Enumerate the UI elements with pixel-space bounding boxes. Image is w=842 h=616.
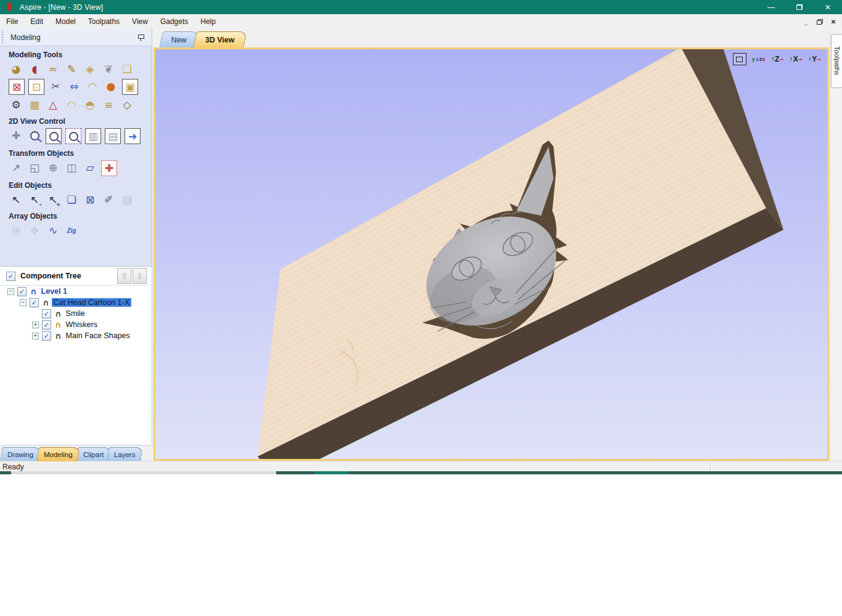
layer-stack-icon[interactable]: ▤ xyxy=(105,128,121,144)
sculpt-feather-icon[interactable]: ✎ xyxy=(64,62,79,76)
tree-item-label[interactable]: Smile xyxy=(64,309,87,318)
zoom-box-icon[interactable] xyxy=(46,128,62,144)
node-edit-cursor-icon[interactable]: ↖+ xyxy=(27,192,42,207)
component-dome-icon: ∩ xyxy=(55,331,62,341)
import-bird-component-icon[interactable]: ❦ xyxy=(101,62,116,76)
select-cursor-icon[interactable]: ↖ xyxy=(9,192,23,207)
tree-item-smile[interactable]: ✓∩Smile xyxy=(0,308,152,319)
panel-tab-layers[interactable]: Layers xyxy=(107,447,142,461)
set-size-icon[interactable]: ◱ xyxy=(27,160,42,175)
tree-item-label[interactable]: Whiskers xyxy=(64,320,99,329)
distort-envelope-icon[interactable]: ▱ xyxy=(83,160,97,175)
preview-2d-icon[interactable]: ▥ xyxy=(85,128,101,144)
tree-item-level-1[interactable]: −✓∩Level 1 xyxy=(0,286,152,297)
switch-view-icon[interactable]: ➔ xyxy=(125,128,141,144)
top-view-z-icon[interactable]: ↑Z→ xyxy=(770,53,783,65)
extrude-weave-icon[interactable]: ≈ xyxy=(46,62,60,76)
zoom-icon[interactable] xyxy=(27,128,42,143)
side-view-y-icon[interactable]: ↑Y→ xyxy=(808,53,821,65)
close-button[interactable]: ✕ xyxy=(814,0,842,14)
add-texture-grid-icon[interactable]: ▦ xyxy=(27,97,42,112)
3d-viewport[interactable]: y↓zx↑Z→↑X→↑Y→ xyxy=(153,47,829,461)
scale-height-icon[interactable]: ◓ xyxy=(83,97,97,112)
menu-toolpaths[interactable]: Toolpaths xyxy=(82,15,126,28)
pin-icon[interactable] xyxy=(138,34,144,41)
modeling-panel: Modeling Modeling Tools◕◖≈✎◈❦❏⊠⊡✂⇔◠●▣⚙▦△… xyxy=(0,29,152,445)
menu-model[interactable]: Model xyxy=(49,15,82,28)
pan-view-icon[interactable]: ✚ xyxy=(9,128,23,143)
visibility-checkbox[interactable]: ✓ xyxy=(42,331,51,341)
tree-item-label[interactable]: Main Face Shapes xyxy=(64,331,132,340)
zoom-selected-icon[interactable] xyxy=(65,128,81,144)
mesh-wireframe-icon[interactable]: ◇ xyxy=(120,97,134,112)
component-dome-icon: ∩ xyxy=(43,298,49,307)
tree-item-whiskers[interactable]: +✓∩Whiskers xyxy=(0,319,152,330)
restore-button[interactable] xyxy=(785,0,814,14)
zero-plane-dome-icon[interactable]: △ xyxy=(46,97,60,112)
smooth-dome-icon[interactable]: ◠ xyxy=(85,79,100,94)
panel-tab-clipart[interactable]: Clipart xyxy=(76,447,110,461)
tree-item-main-face-shapes[interactable]: +✓∩Main Face Shapes xyxy=(0,330,152,341)
delete-model-area-icon[interactable]: ⊠ xyxy=(9,79,25,95)
visibility-checkbox[interactable]: ✓ xyxy=(42,309,51,318)
menu-gadgets[interactable]: Gadgets xyxy=(154,15,194,28)
panel-tab-drawing[interactable]: Drawing xyxy=(0,447,40,461)
circular-array-icon[interactable]: ❖ xyxy=(27,223,42,238)
tree-expander[interactable]: + xyxy=(32,322,39,328)
menu-view[interactable]: View xyxy=(126,15,154,28)
slice-model-icon[interactable]: ≡ xyxy=(101,97,116,112)
scale-dome-icon[interactable]: ◠ xyxy=(64,97,79,112)
view-tab-3d-view[interactable]: 3D View xyxy=(193,31,247,47)
toolpaths-tab[interactable]: Toolpaths xyxy=(831,34,842,88)
panel-grip-handle[interactable] xyxy=(2,31,6,43)
side-view-x-icon[interactable]: ↑X→ xyxy=(789,53,802,65)
create-border-frame-icon[interactable]: ▣ xyxy=(122,79,138,95)
mirror-object-icon[interactable]: ◫ xyxy=(64,160,79,175)
mdi-close-button[interactable]: ✕ xyxy=(828,17,838,26)
create-shape-icon[interactable]: ◕ xyxy=(9,62,23,76)
mdi-restore-button[interactable] xyxy=(815,17,825,26)
menu-edit[interactable]: Edit xyxy=(24,15,49,28)
move-component-down-button[interactable]: ⇩ xyxy=(133,268,147,284)
minimize-button[interactable]: — xyxy=(757,0,785,14)
tree-expander[interactable]: − xyxy=(7,288,14,295)
mdi-minimize-button[interactable]: _ xyxy=(801,17,811,26)
retain-model-area-icon[interactable]: ⊡ xyxy=(28,79,44,95)
sculpting-wrench-icon[interactable]: ⚙ xyxy=(9,97,23,112)
transform-cursor-icon[interactable]: ↖✛ xyxy=(46,192,60,207)
offset-model-spheres-icon[interactable]: ● xyxy=(104,79,118,94)
distort-model-arrows-icon[interactable]: ⇔ xyxy=(67,79,81,94)
3d-scene[interactable] xyxy=(155,49,827,459)
tree-expander[interactable]: − xyxy=(20,299,27,306)
component-tree-checkbox[interactable]: ✓ xyxy=(6,272,15,281)
component-folder-icon[interactable]: ❏ xyxy=(120,62,134,76)
grid-array-icon[interactable]: ⊞ xyxy=(9,223,23,238)
move-object-icon[interactable]: ↗ xyxy=(9,160,23,175)
tree-item-label[interactable]: Level 1 xyxy=(39,287,69,296)
panel-tab-label: Modeling xyxy=(44,451,73,458)
tree-item-label[interactable]: Cat Head Cartoon 1-X xyxy=(52,298,132,307)
texture-area-icon[interactable]: ◈ xyxy=(83,62,97,76)
copy-along-curve-icon[interactable]: ∿ xyxy=(46,223,60,238)
measure-tool-icon[interactable]: ✐ xyxy=(101,192,116,207)
fit-to-view-icon[interactable] xyxy=(733,53,746,65)
panel-tab-modeling[interactable]: Modeling xyxy=(37,447,80,461)
align-objects-icon[interactable]: ✚ xyxy=(101,160,117,176)
move-component-up-button[interactable]: ⇧ xyxy=(117,268,131,284)
ungroup-objects-icon[interactable]: ⊠ xyxy=(83,192,97,207)
visibility-checkbox[interactable]: ✓ xyxy=(42,320,51,330)
trim-model-scissors-icon[interactable]: ✂ xyxy=(48,79,63,94)
menu-file[interactable]: File xyxy=(0,15,24,28)
two-rail-sweep-icon[interactable]: ◖ xyxy=(27,62,42,76)
offset-hatch-icon[interactable]: ▨ xyxy=(120,192,134,207)
tree-expander[interactable]: + xyxy=(32,333,39,339)
visibility-checkbox[interactable]: ✓ xyxy=(17,287,27,296)
text-zigzag-icon[interactable]: Zig xyxy=(64,223,79,238)
visibility-checkbox[interactable]: ✓ xyxy=(30,298,39,307)
group-objects-icon[interactable]: ❏ xyxy=(64,192,79,207)
menu-help[interactable]: Help xyxy=(194,15,222,28)
center-in-material-icon[interactable]: ⊕ xyxy=(46,160,60,175)
isometric-view-icon[interactable]: y↓zx xyxy=(752,53,766,65)
tree-item-cat-head-cartoon-1-x[interactable]: −✓∩Cat Head Cartoon 1-X xyxy=(0,297,152,308)
toolpaths-tab-label: Toolpaths xyxy=(833,46,841,75)
